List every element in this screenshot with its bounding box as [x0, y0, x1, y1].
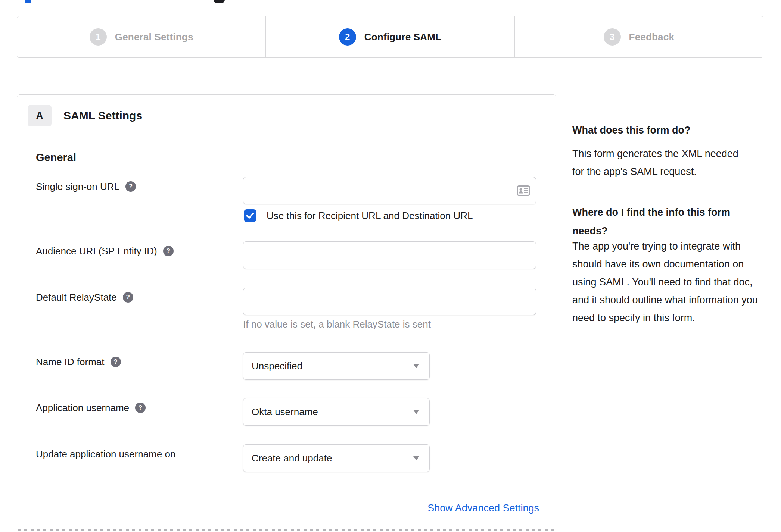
step-3-number-badge: 3	[604, 28, 621, 46]
update-app-username-label: Update application username on	[36, 448, 175, 460]
app-username-help-icon[interactable]: ?	[135, 403, 146, 413]
wizard-stepper: 1 General Settings 2 Configure SAML 3 Fe…	[17, 16, 763, 58]
contact-card-icon	[517, 185, 530, 196]
app-username-label: Application username	[36, 402, 129, 414]
app-username-selected-value: Okta username	[252, 406, 318, 418]
panel-title: SAML Settings	[63, 109, 142, 122]
relay-state-input-wrap	[243, 288, 536, 315]
relay-state-help-icon[interactable]: ?	[123, 292, 133, 303]
sidebar-heading-where: Where do I find the info this form needs…	[572, 203, 752, 240]
audience-uri-input-wrap	[243, 241, 536, 269]
app-username-label-row: Application username ?	[36, 402, 146, 414]
show-advanced-settings-link[interactable]: Show Advanced Settings	[427, 503, 539, 514]
sidebar-heading-what: What does this form do?	[572, 121, 761, 140]
recipient-url-checkbox[interactable]	[244, 209, 256, 222]
audience-uri-help-icon[interactable]: ?	[163, 246, 174, 256]
recipient-url-checkbox-label: Use this for Recipient URL and Destinati…	[267, 210, 473, 222]
configure-saml-page: 1 General Settings 2 Configure SAML 3 Fe…	[0, 0, 781, 532]
chevron-down-icon	[413, 364, 419, 368]
general-section-heading: General	[36, 151, 76, 164]
step-configure-saml[interactable]: 2 Configure SAML	[265, 16, 514, 57]
app-username-select[interactable]: Okta username	[243, 398, 430, 426]
header-cropped-blue-fragment	[25, 0, 31, 3]
chevron-down-icon	[413, 410, 419, 414]
name-id-format-label: Name ID format	[36, 356, 105, 368]
checkmark-icon	[246, 212, 254, 219]
update-app-username-selected-value: Create and update	[252, 453, 332, 464]
advanced-section-divider	[18, 529, 555, 531]
sidebar-paragraph-where: The app you're trying to integrate with …	[572, 237, 761, 327]
step-general-settings[interactable]: 1 General Settings	[17, 16, 265, 57]
sso-url-label: Single sign-on URL	[36, 181, 119, 193]
relay-state-input[interactable]	[243, 288, 536, 315]
section-a-badge: A	[28, 105, 52, 126]
sso-url-input-wrap	[243, 177, 536, 204]
panel-header: A SAML Settings	[28, 105, 142, 126]
saml-settings-panel: A SAML Settings General Single sign-on U…	[17, 94, 556, 532]
relay-state-hint: If no value is set, a blank RelayState i…	[243, 319, 431, 330]
recipient-url-checkbox-row: Use this for Recipient URL and Destinati…	[244, 209, 473, 222]
sso-url-label-row: Single sign-on URL ?	[36, 181, 136, 193]
step-1-number-badge: 1	[90, 28, 107, 46]
sso-url-help-icon[interactable]: ?	[125, 181, 136, 192]
name-id-format-select[interactable]: Unspecified	[243, 352, 430, 380]
step-1-label: General Settings	[115, 31, 193, 43]
relay-state-label-row: Default RelayState ?	[36, 291, 133, 303]
audience-uri-input[interactable]	[243, 241, 536, 269]
sidebar-paragraph-what: This form generates the XML needed for t…	[572, 145, 742, 181]
audience-uri-label-row: Audience URI (SP Entity ID) ?	[36, 245, 174, 257]
step-2-number-badge: 2	[339, 28, 356, 46]
relay-state-label: Default RelayState	[36, 291, 117, 303]
step-3-label: Feedback	[629, 31, 675, 43]
name-id-format-help-icon[interactable]: ?	[111, 357, 121, 367]
step-2-label: Configure SAML	[364, 31, 441, 43]
update-app-username-label-row: Update application username on	[36, 448, 175, 460]
header-cropped-dark-icon-fragment	[214, 0, 225, 3]
update-app-username-select[interactable]: Create and update	[243, 444, 430, 472]
name-id-format-selected-value: Unspecified	[252, 360, 302, 372]
sso-url-input[interactable]	[243, 177, 536, 204]
name-id-format-label-row: Name ID format ?	[36, 356, 121, 368]
chevron-down-icon	[413, 456, 419, 460]
audience-uri-label: Audience URI (SP Entity ID)	[36, 245, 157, 257]
step-feedback[interactable]: 3 Feedback	[514, 16, 763, 57]
